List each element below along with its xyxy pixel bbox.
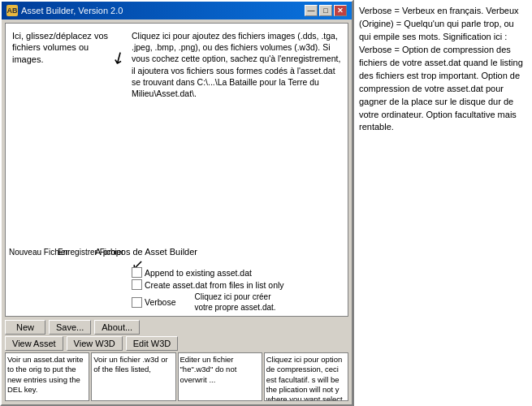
window-body: Ici, glissez/déplacez vos fichiers volum… <box>2 19 352 404</box>
checkbox-append-box[interactable] <box>132 267 142 278</box>
right-info-text: Cliquez ici pour ajoutez des fichiers im… <box>132 30 344 99</box>
drop-area[interactable]: Ici, glissez/déplacez vos fichiers volum… <box>5 23 348 317</box>
app-icon: AB <box>6 5 18 16</box>
checkbox-create[interactable]: Create asset.dat from files in list only <box>132 279 344 290</box>
close-button[interactable]: ✕ <box>334 5 347 16</box>
desc-cell-2: Editer un fichier "he".w3d" do not overw… <box>178 352 262 401</box>
enregistrer-fichier-label: Enregistrer Fichier <box>58 247 124 257</box>
desc-cell-0: Voir un asset.dat write to the orig to p… <box>5 352 89 401</box>
buttons-row-1: New Save... About... <box>5 320 348 335</box>
desc-cell-3: Cliquez ici pour option de compression, … <box>264 352 348 401</box>
window-title: Asset Builder, Version 2.0 <box>21 6 123 15</box>
checkbox-append-label: Append to existing asset.dat <box>145 268 252 278</box>
checkbox-verbose[interactable]: Verbose Cliquez ici pour créer votre pro… <box>132 292 344 313</box>
new-button[interactable]: New <box>5 320 45 335</box>
drop-arrow-icon: ↙ <box>107 45 129 69</box>
checkbox-verbose-box[interactable] <box>132 297 142 308</box>
buttons-row-2: View Asset View W3D Edit W3D <box>5 336 348 351</box>
title-bar-left: AB Asset Builder, Version 2.0 <box>6 5 123 16</box>
checkbox-create-label: Create asset.dat from files in list only <box>145 280 284 290</box>
title-bar: AB Asset Builder, Version 2.0 — □ ✕ <box>2 2 352 19</box>
verbose-arrow-text: Cliquez ici pour créer votre propre asse… <box>195 292 284 313</box>
checkbox-append[interactable]: Append to existing asset.dat <box>132 267 344 278</box>
desc-cell-1: Voir un fichier .w3d or of the files lis… <box>91 352 175 401</box>
checkboxes-area: Append to existing asset.dat Create asse… <box>132 267 344 313</box>
maximize-button[interactable]: □ <box>319 5 332 16</box>
view-asset-button[interactable]: View Asset <box>5 336 63 351</box>
about-button[interactable]: About... <box>94 320 140 335</box>
save-button[interactable]: Save... <box>49 320 91 335</box>
title-bar-controls: — □ ✕ <box>305 5 347 16</box>
minimize-button[interactable]: — <box>305 5 318 16</box>
help-panel: Verbose = Verbeux en français. Verbeux (… <box>353 0 532 406</box>
view-w3d-button[interactable]: View W3D <box>67 336 123 351</box>
main-window: AB Asset Builder, Version 2.0 — □ ✕ Ici,… <box>0 0 353 406</box>
edit-w3d-button[interactable]: Edit W3D <box>126 336 178 351</box>
drop-label: Ici, glissez/déplacez vos fichiers volum… <box>12 30 110 65</box>
checkbox-verbose-label: Verbose <box>145 297 176 307</box>
checkbox-create-box[interactable] <box>132 279 142 290</box>
desc-row: Voir un asset.dat write to the orig to p… <box>5 352 348 401</box>
